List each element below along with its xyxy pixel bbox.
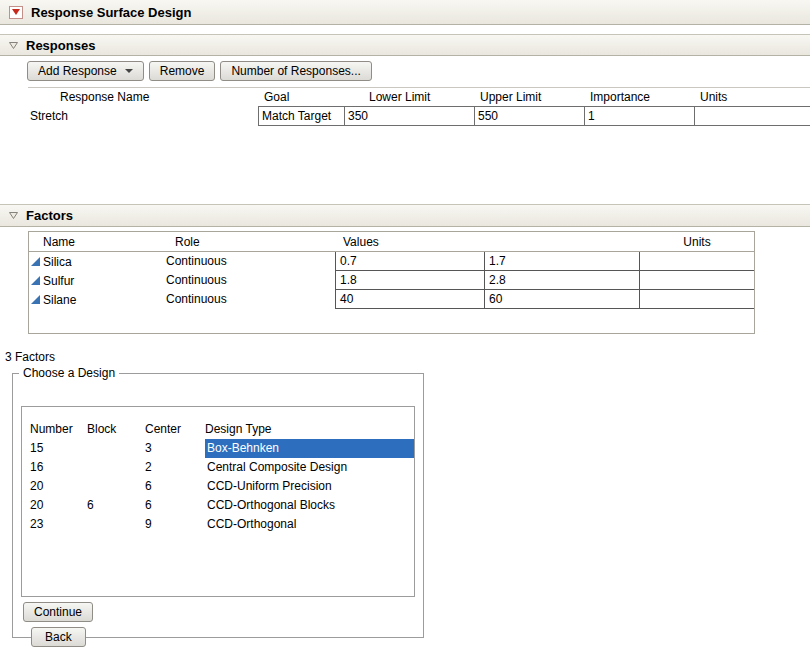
responses-toolbar: Add Response Remove Number of Responses.… (27, 61, 372, 81)
continuous-factor-icon (31, 276, 40, 285)
title-bar: Response Surface Design (0, 0, 810, 25)
col-factor-units: Units (640, 235, 754, 249)
factor-name-cell[interactable]: Silane (29, 290, 165, 309)
design-row-central-composite[interactable]: 16 2 Central Composite Design (22, 458, 414, 477)
factors-table-header: Name Role Values Units (29, 232, 754, 252)
response-surface-design-window: Response Surface Design Responses Add Re… (0, 0, 810, 652)
factor-value-high-cell[interactable]: 1.7 (485, 252, 640, 271)
back-button[interactable]: Back (31, 627, 86, 647)
factor-row-sulfur: Sulfur Continuous 1.8 2.8 (29, 271, 754, 290)
design-row-box-behnken[interactable]: 15 3 Box-Behnken (22, 439, 414, 458)
col-number: Number (30, 420, 87, 439)
factor-name-label: Silica (43, 253, 72, 271)
factor-role-cell[interactable]: Continuous (165, 290, 335, 309)
red-triangle-menu-icon[interactable] (9, 6, 23, 19)
continuous-factor-icon (31, 295, 40, 304)
factor-units-cell[interactable] (640, 290, 754, 309)
factors-section-header: Factors (0, 204, 810, 227)
col-design-type: Design Type (205, 420, 414, 439)
col-goal: Goal (258, 90, 345, 104)
design-number: 15 (30, 439, 87, 458)
add-response-button[interactable]: Add Response (27, 61, 144, 81)
factors-table-empty-area (29, 309, 754, 333)
design-number: 16 (30, 458, 87, 477)
response-goal-cell[interactable]: Match Target (258, 106, 345, 126)
design-block: 6 (87, 496, 145, 515)
design-block (87, 458, 145, 477)
responses-table-header: Response Name Goal Lower Limit Upper Lim… (28, 88, 810, 106)
disclosure-triangle-icon[interactable] (8, 40, 19, 51)
add-response-label: Add Response (38, 64, 117, 78)
factor-units-cell[interactable] (640, 271, 754, 290)
factor-row-silica: Silica Continuous 0.7 1.7 (29, 252, 754, 271)
factor-role-cell[interactable]: Continuous (165, 252, 335, 271)
response-lower-limit-cell[interactable]: 350 (345, 106, 475, 126)
factor-value-low-cell[interactable]: 0.7 (335, 252, 485, 271)
design-type: CCD-Orthogonal Blocks (205, 496, 414, 515)
factor-value-low-cell[interactable]: 40 (335, 290, 485, 309)
design-block (87, 477, 145, 496)
design-list-header: Number Block Center Design Type (22, 420, 414, 439)
col-values: Values (335, 235, 485, 249)
col-importance: Importance (585, 90, 695, 104)
continue-button[interactable]: Continue (23, 602, 93, 622)
design-center: 6 (145, 496, 205, 515)
design-block (87, 515, 145, 534)
col-upper-limit: Upper Limit (475, 90, 585, 104)
factor-role-cell[interactable]: Continuous (165, 271, 335, 290)
response-upper-limit-cell[interactable]: 550 (475, 106, 585, 126)
responses-table: Response Name Goal Lower Limit Upper Lim… (28, 87, 810, 126)
col-response-name: Response Name (28, 90, 258, 104)
disclosure-triangle-icon[interactable] (8, 210, 19, 221)
design-number: 20 (30, 477, 87, 496)
design-center: 2 (145, 458, 205, 477)
factors-table: Name Role Values Units Silica Continuous… (28, 231, 755, 334)
page-title: Response Surface Design (31, 5, 191, 20)
col-center: Center (145, 420, 205, 439)
col-block: Block (87, 420, 145, 439)
response-row: Stretch Match Target 350 550 1 (28, 106, 810, 126)
col-role: Role (165, 235, 335, 249)
col-lower-limit: Lower Limit (345, 90, 475, 104)
factor-name-cell[interactable]: Sulfur (29, 271, 165, 290)
response-importance-cell[interactable]: 1 (585, 106, 695, 126)
factor-count-label: 3 Factors (5, 350, 55, 364)
choose-design-legend: Choose a Design (19, 366, 119, 380)
factor-row-silane: Silane Continuous 40 60 (29, 290, 754, 309)
factor-units-cell[interactable] (640, 252, 754, 271)
remove-button[interactable]: Remove (149, 61, 216, 81)
response-units-cell[interactable] (695, 106, 810, 126)
factor-value-high-cell[interactable]: 60 (485, 290, 640, 309)
number-of-responses-button[interactable]: Number of Responses... (220, 61, 371, 81)
factors-section-title: Factors (26, 208, 73, 223)
design-center: 6 (145, 477, 205, 496)
design-row-ccd-orthogonal[interactable]: 23 9 CCD-Orthogonal (22, 515, 414, 534)
red-triangle-glyph (12, 9, 20, 15)
dropdown-arrow-icon (125, 69, 133, 73)
responses-section-title: Responses (26, 38, 95, 53)
design-type: Central Composite Design (205, 458, 414, 477)
col-units: Units (695, 90, 810, 104)
design-type: CCD-Orthogonal (205, 515, 414, 534)
design-type: Box-Behnken (205, 439, 414, 458)
factor-name-cell[interactable]: Silica (29, 252, 165, 271)
design-type: CCD-Uniform Precision (205, 477, 414, 496)
design-list: Number Block Center Design Type 15 3 Box… (21, 406, 415, 597)
design-row-ccd-uniform-precision[interactable]: 20 6 CCD-Uniform Precision (22, 477, 414, 496)
col-name: Name (29, 235, 165, 249)
design-center: 9 (145, 515, 205, 534)
design-block (87, 439, 145, 458)
design-number: 23 (30, 515, 87, 534)
design-number: 20 (30, 496, 87, 515)
design-row-ccd-orthogonal-blocks[interactable]: 20 6 6 CCD-Orthogonal Blocks (22, 496, 414, 515)
choose-design-panel: Choose a Design Number Block Center Desi… (12, 366, 424, 638)
factor-value-high-cell[interactable]: 2.8 (485, 271, 640, 290)
continuous-factor-icon (31, 257, 40, 266)
factor-name-label: Silane (43, 291, 76, 309)
response-name-cell[interactable]: Stretch (28, 106, 258, 126)
responses-section-header: Responses (0, 34, 810, 56)
factor-name-label: Sulfur (43, 272, 74, 290)
design-center: 3 (145, 439, 205, 458)
factor-value-low-cell[interactable]: 1.8 (335, 271, 485, 290)
